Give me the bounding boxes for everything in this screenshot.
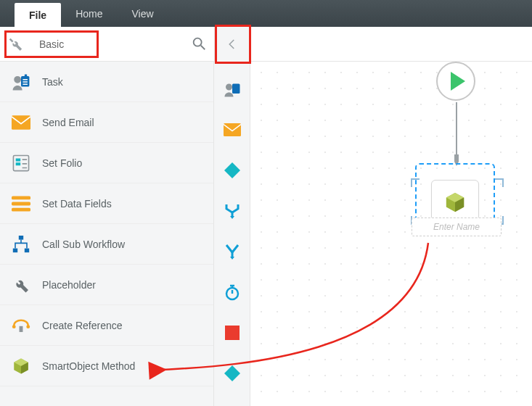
rail-stop-icon[interactable] xyxy=(214,312,250,353)
toolbox-item-send-email[interactable]: Send Email xyxy=(0,102,213,143)
svg-rect-12 xyxy=(13,248,17,252)
tools-icon xyxy=(6,35,25,54)
svg-rect-20 xyxy=(225,326,240,340)
category-rail xyxy=(214,62,250,406)
toolbar: Basic Toolbox Toggle xyxy=(0,27,532,62)
rail-diamond2-icon[interactable] xyxy=(214,353,250,394)
connector-line xyxy=(454,102,459,167)
toolbox-item-set-data-fields[interactable]: Set Data Fields xyxy=(0,183,213,224)
menu-bar: File Home View xyxy=(0,0,532,27)
svg-rect-13 xyxy=(25,248,29,252)
toolbox-item-placeholder[interactable]: Placeholder xyxy=(0,265,213,305)
svg-rect-6 xyxy=(16,158,21,161)
toolbox-toggle[interactable] xyxy=(214,27,250,62)
task-icon xyxy=(10,72,32,91)
toolbox-item-task[interactable]: Task xyxy=(0,62,213,102)
svg-rect-8 xyxy=(12,196,30,199)
svg-rect-18 xyxy=(224,123,241,136)
smartobject-icon xyxy=(444,191,466,213)
toolbox-item-set-folio[interactable]: Set Folio xyxy=(0,143,213,183)
email-icon xyxy=(10,115,32,130)
svg-rect-9 xyxy=(12,202,30,205)
svg-point-14 xyxy=(12,325,16,328)
svg-rect-4 xyxy=(12,115,30,130)
rail-task-icon[interactable] xyxy=(214,69,250,109)
sub-workflow-icon xyxy=(10,236,32,253)
toolbox-item-label: Create Reference xyxy=(42,320,123,331)
svg-rect-17 xyxy=(232,84,240,94)
toolbox-item-label: Task xyxy=(42,76,63,88)
smartobject-icon xyxy=(10,357,32,375)
svg-rect-10 xyxy=(12,207,30,211)
toolbox-panel: Task Send Email Set Folio Set Data Field… xyxy=(0,62,214,406)
rail-email-icon[interactable] xyxy=(214,109,250,150)
workflow-canvas[interactable]: Enter Name xyxy=(250,62,532,406)
menu-view[interactable]: View xyxy=(117,0,168,27)
toolbox-item-label: SmartObject Method xyxy=(42,360,135,372)
chevron-left-icon xyxy=(226,38,239,51)
svg-rect-3 xyxy=(25,74,27,78)
menu-file[interactable]: File xyxy=(15,3,61,27)
rail-merge-icon[interactable] xyxy=(214,231,250,272)
svg-line-1 xyxy=(201,45,205,49)
toolbox-item-label: Set Data Fields xyxy=(42,198,112,210)
menu-home[interactable]: Home xyxy=(61,0,117,27)
toolbox-item-smartobject-method[interactable]: SmartObject Method xyxy=(0,346,213,386)
toolbox-item-label: Send Email xyxy=(42,117,94,128)
step-name-input[interactable]: Enter Name xyxy=(412,218,502,236)
toolbox-item-label: Placeholder xyxy=(42,279,96,291)
toolbox-item-label: Call Sub Workflow xyxy=(42,239,125,250)
svg-point-15 xyxy=(26,325,30,328)
breadcrumb-current[interactable]: Basic xyxy=(32,33,74,55)
reference-icon xyxy=(10,318,32,334)
play-icon xyxy=(451,72,465,91)
svg-rect-11 xyxy=(19,236,23,240)
data-fields-icon xyxy=(10,196,32,212)
search-icon[interactable] xyxy=(191,36,207,51)
toolbox-item-label: Set Folio xyxy=(42,157,82,169)
rail-split-icon[interactable] xyxy=(214,191,250,231)
svg-point-0 xyxy=(194,38,202,46)
rail-timer-icon[interactable] xyxy=(214,272,250,312)
start-node[interactable] xyxy=(436,62,475,101)
folio-icon xyxy=(10,154,32,173)
rail-diamond-icon[interactable] xyxy=(214,150,250,191)
svg-rect-7 xyxy=(16,162,21,165)
toolbox-item-call-sub-workflow[interactable]: Call Sub Workflow xyxy=(0,224,213,265)
wrench-icon xyxy=(10,276,32,294)
svg-rect-16 xyxy=(20,326,23,331)
toolbox-item-create-reference[interactable]: Create Reference xyxy=(0,305,213,346)
toolbox-breadcrumb: Basic xyxy=(0,27,214,62)
